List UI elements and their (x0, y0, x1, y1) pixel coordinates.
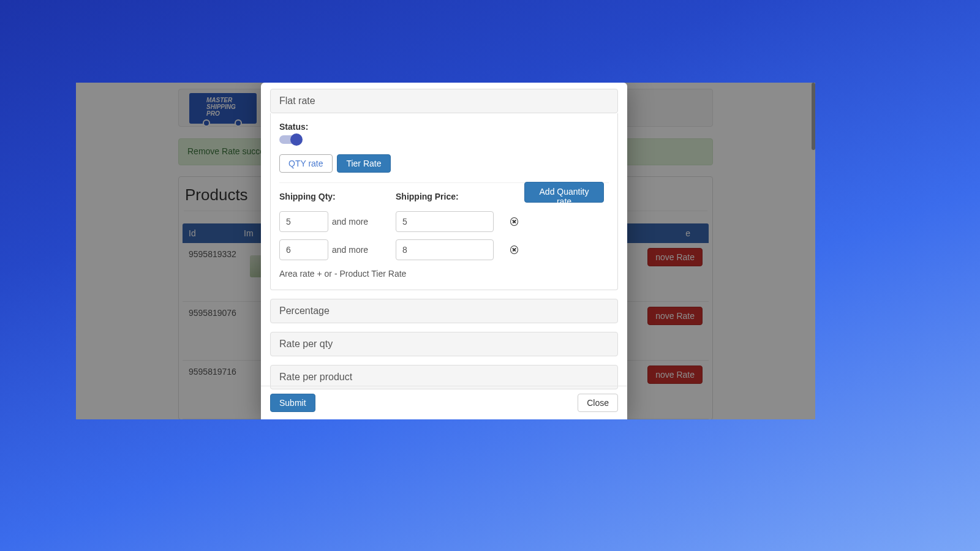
accordion-header-flat-rate[interactable]: Flat rate (270, 89, 618, 113)
and-more-label: and more (332, 245, 368, 255)
modal-footer: Submit Close (261, 386, 627, 419)
shipping-price-label: Shipping Price: (396, 192, 518, 201)
accordion-header-percentage[interactable]: Percentage (270, 299, 618, 323)
shipping-price-input[interactable] (396, 211, 494, 232)
price-row (396, 239, 518, 260)
qty-row: and more (279, 211, 390, 232)
remove-row-icon[interactable] (510, 217, 518, 226)
accordion-header-rate-per-qty[interactable]: Rate per qty (270, 332, 618, 356)
close-button[interactable]: Close (578, 394, 618, 412)
shipping-qty-input[interactable] (279, 211, 328, 232)
shipping-qty-input[interactable] (279, 239, 328, 260)
scrollbar[interactable] (812, 83, 815, 419)
and-more-label: and more (332, 217, 368, 227)
status-toggle[interactable] (279, 135, 300, 144)
price-row (396, 211, 518, 232)
tab-qty-rate[interactable]: QTY rate (279, 154, 333, 173)
rate-mode-tabs: QTY rate Tier Rate (279, 154, 609, 183)
status-label: Status: (279, 122, 609, 132)
accordion-body-flat-rate: Status: QTY rate Tier Rate Shipping Qty:… (270, 113, 618, 290)
accordion: Flat rate Status: QTY rate Tier Rate Shi… (270, 89, 618, 389)
rate-settings-modal: Flat rate Status: QTY rate Tier Rate Shi… (261, 83, 627, 419)
shipping-qty-label: Shipping Qty: (279, 192, 390, 201)
tab-tier-rate[interactable]: Tier Rate (337, 154, 390, 173)
tier-rate-hint: Area rate + or - Product Tier Rate (279, 269, 609, 279)
submit-button[interactable]: Submit (270, 394, 315, 412)
scrollbar-thumb[interactable] (812, 83, 815, 150)
qty-row: and more (279, 239, 390, 260)
add-quantity-rate-button[interactable]: Add Quantity rate (524, 182, 604, 203)
app-viewport: MASTER SHIPPING PRO te Need help? Remove… (76, 83, 815, 419)
qty-rate-grid: Shipping Qty: and more and more Shipping… (279, 192, 609, 268)
shipping-price-input[interactable] (396, 239, 494, 260)
remove-row-icon[interactable] (510, 246, 518, 254)
